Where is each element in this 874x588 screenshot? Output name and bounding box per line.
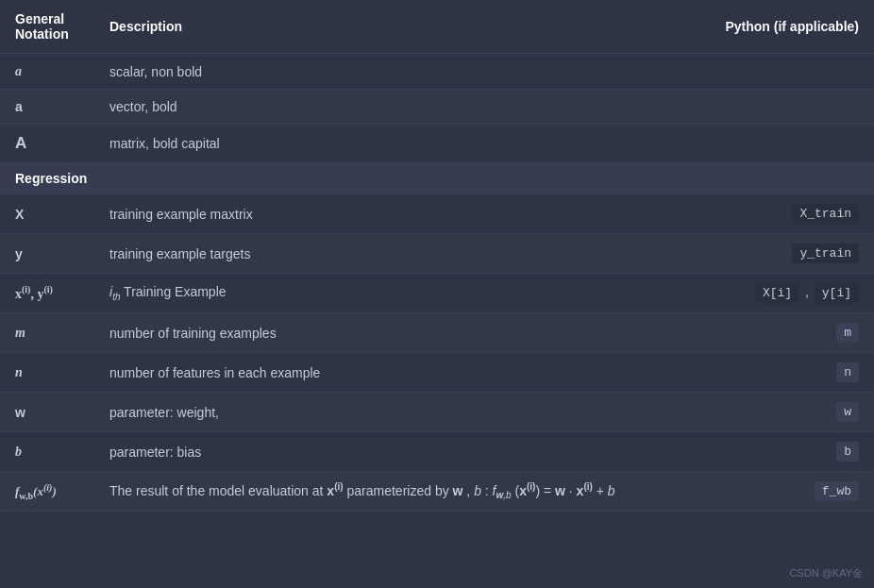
python-cell: [685, 54, 874, 90]
notation-symbol: a: [15, 64, 22, 78]
table-header-row: General Notation Description Python (if …: [0, 0, 874, 54]
notation-cell: a: [0, 54, 94, 90]
notation-cell: fw,b(x(i)): [0, 472, 94, 512]
table-row: n number of features in each example n: [0, 353, 874, 393]
python-badge: X[i]: [755, 283, 799, 303]
description-cell: parameter: weight,: [94, 393, 685, 432]
python-badge: X_train: [792, 204, 859, 224]
python-cell: f_wb: [685, 472, 874, 512]
python-badge: y[i]: [815, 283, 859, 303]
description-cell: training example targets: [94, 234, 685, 274]
notation-symbol: a: [15, 99, 23, 114]
python-cell: b: [685, 432, 874, 472]
table-row: m number of training examples m: [0, 313, 874, 353]
notation-symbol: X: [15, 207, 24, 222]
notation-symbol: b: [15, 445, 22, 459]
notation-cell: b: [0, 432, 94, 472]
table-row: a scalar, non bold: [0, 54, 874, 90]
main-table-container: General Notation Description Python (if …: [0, 0, 874, 512]
table-row: w parameter: weight, w: [0, 393, 874, 432]
description-cell: ith Training Example: [94, 274, 685, 313]
python-badge: y_train: [792, 244, 859, 263]
python-cell: y_train: [685, 234, 874, 274]
section-header-row: Regression: [0, 163, 874, 194]
header-notation: General Notation: [0, 0, 94, 54]
notation-symbol: m: [15, 326, 25, 340]
watermark: CSDN @KAY金: [789, 566, 863, 580]
notation-symbol: fw,b(x(i)): [15, 484, 57, 498]
description-cell: training example maxtrix: [94, 194, 685, 234]
section-header-label: Regression: [0, 163, 874, 194]
notation-table: General Notation Description Python (if …: [0, 0, 874, 512]
notation-symbol: x(i), y(i): [15, 287, 53, 301]
python-cell: X[i] , y[i]: [685, 274, 874, 313]
notation-cell: y: [0, 234, 94, 274]
notation-symbol: A: [15, 134, 26, 152]
notation-cell: a: [0, 90, 94, 125]
header-description: Description: [94, 0, 685, 54]
header-python: Python (if applicable): [685, 0, 874, 54]
notation-symbol: n: [15, 365, 23, 379]
python-badge: w: [836, 402, 859, 422]
description-cell: vector, bold: [94, 90, 685, 125]
notation-cell: x(i), y(i): [0, 274, 94, 313]
notation-cell: w: [0, 393, 94, 432]
python-cell: X_train: [685, 194, 874, 234]
table-row: x(i), y(i) ith Training Example X[i] , y…: [0, 274, 874, 313]
python-badge: b: [836, 442, 859, 462]
table-row: y training example targets y_train: [0, 234, 874, 274]
table-row: b parameter: bias b: [0, 432, 874, 472]
description-cell: scalar, non bold: [94, 54, 685, 90]
python-cell: n: [685, 353, 874, 393]
python-badge: m: [836, 323, 859, 343]
table-row: fw,b(x(i)) The result of the model evalu…: [0, 472, 874, 512]
notation-cell: X: [0, 194, 94, 234]
notation-symbol: y: [15, 246, 23, 261]
table-row: X training example maxtrix X_train: [0, 194, 874, 234]
python-cell: m: [685, 313, 874, 353]
python-badge: n: [836, 362, 859, 382]
description-cell: matrix, bold capital: [94, 125, 685, 163]
python-cell: w: [685, 393, 874, 432]
notation-symbol: w: [15, 405, 25, 420]
description-cell: The result of the model evaluation at x(…: [94, 472, 685, 512]
description-cell: number of training examples: [94, 313, 685, 353]
notation-cell: m: [0, 313, 94, 353]
python-badge: f_wb: [815, 481, 859, 501]
description-cell: number of features in each example: [94, 353, 685, 393]
python-cell: [685, 90, 874, 125]
table-row: a vector, bold: [0, 90, 874, 125]
notation-cell: n: [0, 353, 94, 393]
python-cell: [685, 125, 874, 163]
notation-cell: A: [0, 125, 94, 163]
table-row: A matrix, bold capital: [0, 125, 874, 163]
description-cell: parameter: bias: [94, 432, 685, 472]
